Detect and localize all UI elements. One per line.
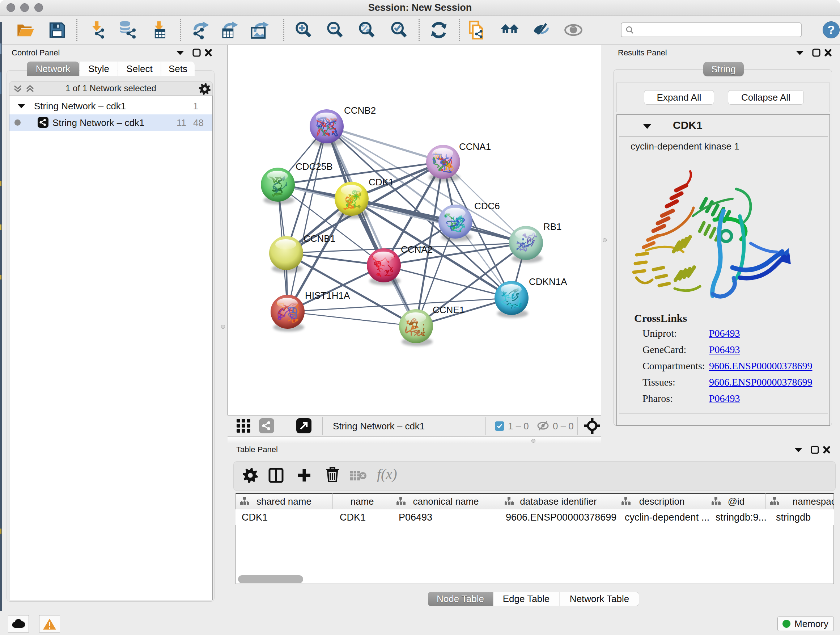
svg-text:RB1: RB1 xyxy=(543,221,562,232)
svg-text:CDKN1A: CDKN1A xyxy=(529,276,567,287)
svg-text:CDK1: CDK1 xyxy=(369,177,393,187)
svg-text:CDC6: CDC6 xyxy=(474,201,500,211)
svg-text:CCNE1: CCNE1 xyxy=(433,304,464,315)
svg-text:CCNA1: CCNA1 xyxy=(459,141,491,152)
svg-text:CCNA2: CCNA2 xyxy=(401,244,433,255)
svg-text:CCNB1: CCNB1 xyxy=(303,233,335,244)
svg-text:HIST1H1A: HIST1H1A xyxy=(305,290,350,301)
svg-text:CCNB2: CCNB2 xyxy=(344,105,376,116)
svg-text:CDC25B: CDC25B xyxy=(295,161,333,172)
